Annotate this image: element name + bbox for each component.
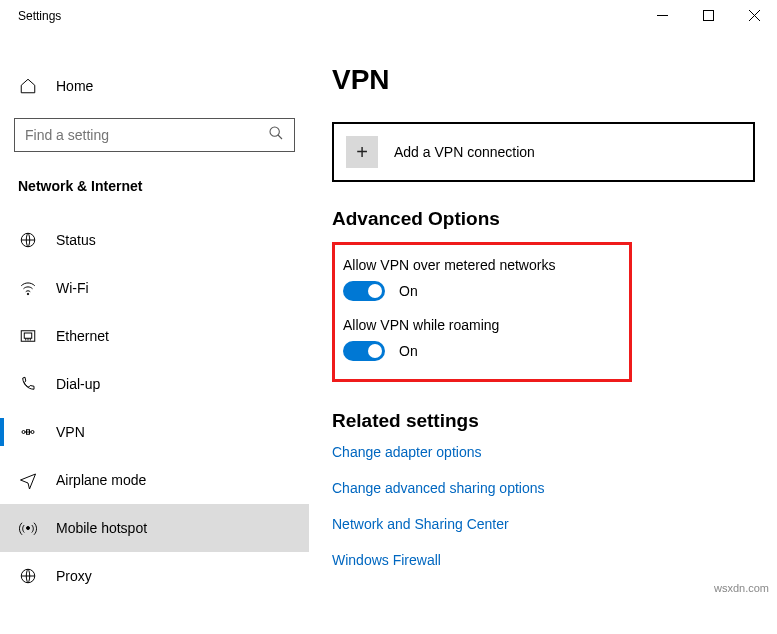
add-vpn-button[interactable]: + Add a VPN connection — [332, 122, 755, 182]
option-metered: Allow VPN over metered networks On — [343, 257, 613, 301]
sidebar: Home Network & Internet Status Wi-Fi — [0, 36, 310, 634]
related-heading: Related settings — [332, 410, 755, 432]
search-input[interactable] — [25, 127, 268, 143]
nav-item-airplane[interactable]: Airplane mode — [0, 456, 309, 504]
advanced-options-highlight: Allow VPN over metered networks On Allow… — [332, 242, 632, 382]
advanced-heading: Advanced Options — [332, 208, 755, 230]
nav-label: Airplane mode — [56, 472, 146, 488]
svg-point-14 — [31, 431, 34, 434]
nav-label: Wi-Fi — [56, 280, 89, 296]
option-roaming: Allow VPN while roaming On — [343, 317, 613, 361]
link-network-center[interactable]: Network and Sharing Center — [332, 516, 755, 532]
link-adapter-options[interactable]: Change adapter options — [332, 444, 755, 460]
titlebar: Settings — [0, 0, 777, 36]
link-windows-firewall[interactable]: Windows Firewall — [332, 552, 755, 568]
ethernet-icon — [18, 327, 38, 345]
maximize-icon — [703, 10, 714, 21]
nav-item-ethernet[interactable]: Ethernet — [0, 312, 309, 360]
category-heading: Network & Internet — [0, 178, 309, 194]
search-icon — [268, 125, 284, 145]
svg-rect-9 — [24, 333, 32, 338]
toggle-roaming-state: On — [399, 343, 418, 359]
close-icon — [749, 10, 760, 21]
svg-rect-1 — [703, 10, 713, 20]
maximize-button[interactable] — [685, 0, 731, 30]
svg-point-17 — [27, 527, 30, 530]
home-label: Home — [56, 78, 93, 94]
nav-label: Dial-up — [56, 376, 100, 392]
minimize-button[interactable] — [639, 0, 685, 30]
option-metered-label: Allow VPN over metered networks — [343, 257, 613, 273]
window-title: Settings — [0, 0, 61, 23]
link-sharing-options[interactable]: Change advanced sharing options — [332, 480, 755, 496]
main-pane: VPN + Add a VPN connection Advanced Opti… — [310, 36, 777, 634]
nav-label: Ethernet — [56, 328, 109, 344]
proxy-icon — [18, 567, 38, 585]
nav-label: Mobile hotspot — [56, 520, 147, 536]
svg-point-4 — [270, 127, 279, 136]
dialup-icon — [18, 375, 38, 393]
search-box[interactable] — [14, 118, 295, 152]
toggle-metered-state: On — [399, 283, 418, 299]
related-links: Change adapter options Change advanced s… — [332, 444, 755, 568]
nav-label: VPN — [56, 424, 85, 440]
close-button[interactable] — [731, 0, 777, 30]
nav-list: Status Wi-Fi Ethernet Dial-up VPN — [0, 216, 309, 600]
nav-item-status[interactable]: Status — [0, 216, 309, 264]
home-button[interactable]: Home — [0, 70, 309, 102]
svg-point-7 — [27, 293, 29, 295]
home-icon — [18, 77, 38, 95]
vpn-icon — [18, 423, 38, 441]
nav-item-vpn[interactable]: VPN — [0, 408, 309, 456]
option-roaming-label: Allow VPN while roaming — [343, 317, 613, 333]
nav-item-dialup[interactable]: Dial-up — [0, 360, 309, 408]
watermark: wsxdn.com — [714, 582, 769, 594]
nav-item-proxy[interactable]: Proxy — [0, 552, 309, 600]
plus-icon: + — [346, 136, 378, 168]
nav-item-wifi[interactable]: Wi-Fi — [0, 264, 309, 312]
svg-point-13 — [22, 431, 25, 434]
add-vpn-label: Add a VPN connection — [394, 144, 535, 160]
nav-item-hotspot[interactable]: Mobile hotspot — [0, 504, 309, 552]
airplane-icon — [18, 471, 38, 489]
hotspot-icon — [18, 519, 38, 537]
wifi-icon — [18, 279, 38, 297]
toggle-roaming[interactable] — [343, 341, 385, 361]
nav-label: Status — [56, 232, 96, 248]
page-title: VPN — [332, 64, 755, 96]
nav-label: Proxy — [56, 568, 92, 584]
toggle-metered[interactable] — [343, 281, 385, 301]
status-icon — [18, 231, 38, 249]
minimize-icon — [657, 10, 668, 21]
svg-line-5 — [278, 135, 282, 139]
